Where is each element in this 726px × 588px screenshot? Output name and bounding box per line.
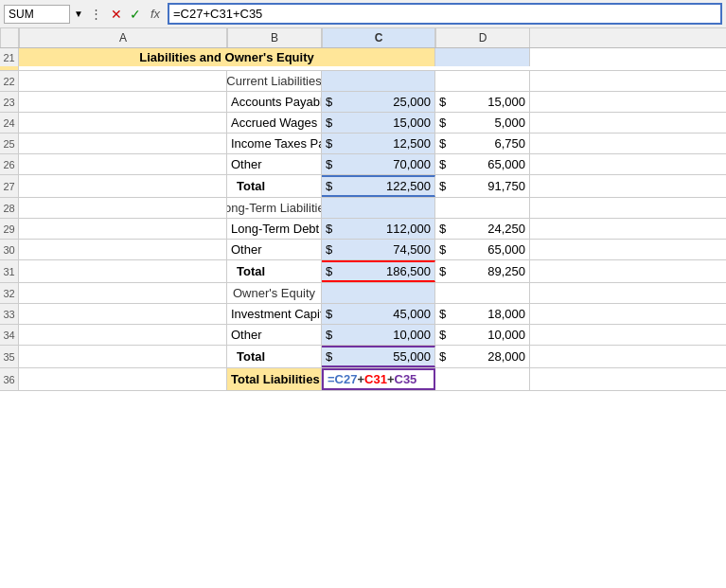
cell-a32[interactable] xyxy=(19,283,227,303)
table-row: 23 Accounts Payable $ 25,000 $ 15,000 xyxy=(0,92,726,113)
row-number: 32 xyxy=(0,283,19,303)
dollar-sign: $ xyxy=(326,328,332,342)
cell-d24[interactable]: $ 5,000 xyxy=(435,113,530,133)
cell-a29[interactable] xyxy=(19,219,227,239)
cell-b29[interactable]: Long-Term Debt xyxy=(227,219,322,239)
cell-b31[interactable]: Total xyxy=(227,260,322,282)
row-number: 29 xyxy=(0,219,19,239)
table-row: 35 Total $ 55,000 $ 28,000 xyxy=(0,346,726,368)
name-box[interactable] xyxy=(4,5,70,24)
cell-a28[interactable] xyxy=(19,198,227,218)
cell-d29[interactable]: $ 24,250 xyxy=(435,219,530,239)
cell-a23[interactable] xyxy=(19,92,227,112)
cell-d30[interactable]: $ 65,000 xyxy=(435,240,530,259)
cell-c26[interactable]: $ 70,000 xyxy=(322,154,435,174)
confirm-icon[interactable]: ✓ xyxy=(128,7,143,22)
cell-d33[interactable]: $ 18,000 xyxy=(435,304,530,324)
cell-d27[interactable]: $ 91,750 xyxy=(435,175,530,197)
formula-input[interactable] xyxy=(168,3,722,25)
cell-d28[interactable] xyxy=(435,198,530,218)
cell-a24[interactable] xyxy=(19,113,227,133)
dollar-sign: $ xyxy=(326,222,332,236)
cell-d23[interactable]: $ 15,000 xyxy=(435,92,530,112)
dollar-sign: $ xyxy=(326,116,332,130)
dropdown-icon[interactable]: ▼ xyxy=(74,9,83,19)
column-headers: A B C D xyxy=(0,28,726,48)
row-number: 23 xyxy=(0,92,19,112)
cell-a26[interactable] xyxy=(19,154,227,174)
cell-d21[interactable] xyxy=(0,66,19,70)
row-number: 27 xyxy=(0,175,19,197)
section-label-equity: Owner's Equity xyxy=(227,283,322,303)
cell-c25[interactable]: $ 12,500 xyxy=(322,134,435,153)
cell-a31[interactable] xyxy=(19,260,227,282)
value: 70,000 xyxy=(393,157,431,171)
value: 10,000 xyxy=(393,328,431,342)
value: 55,000 xyxy=(393,349,431,364)
cell-d31[interactable]: $ 89,250 xyxy=(435,260,530,282)
dollar-sign: $ xyxy=(326,349,332,364)
cell-c28[interactable] xyxy=(322,198,435,218)
cell-b36[interactable]: Total Liabilities and Owner's Equity xyxy=(227,368,322,390)
cell-d32[interactable] xyxy=(435,283,530,303)
table-row: 33 Investment Capital $ 45,000 $ 18,000 xyxy=(0,304,726,325)
cell-c27[interactable]: $ 122,500 xyxy=(322,175,435,197)
section-label-longterm: Long-Term Liabilities xyxy=(227,198,322,218)
cell-b27[interactable]: Total xyxy=(227,175,322,197)
cell-c22[interactable] xyxy=(322,71,435,91)
cell-c33[interactable]: $ 45,000 xyxy=(322,304,435,324)
table-row: 31 Total $ 186,500 $ 89,250 xyxy=(0,260,726,283)
dollar-sign: $ xyxy=(439,328,446,342)
cell-a30[interactable] xyxy=(19,240,227,259)
cell-c21[interactable] xyxy=(435,48,530,66)
cell-c32[interactable] xyxy=(322,283,435,303)
cell-c30[interactable]: $ 74,500 xyxy=(322,240,435,259)
cell-a25[interactable] xyxy=(19,134,227,153)
value: 18,000 xyxy=(487,307,525,321)
table-row: 27 Total $ 122,500 $ 91,750 xyxy=(0,175,726,198)
more-icon: ⋮ xyxy=(87,7,105,21)
cell-c34[interactable]: $ 10,000 xyxy=(322,325,435,345)
main-header-cell: Liabilities and Owner's Equity xyxy=(19,48,435,66)
dollar-sign: $ xyxy=(326,179,332,193)
cell-d26[interactable]: $ 65,000 xyxy=(435,154,530,174)
cell-b23[interactable]: Accounts Payable xyxy=(227,92,322,112)
cell-b30[interactable]: Other xyxy=(227,240,322,259)
value: 24,250 xyxy=(487,222,525,236)
cell-c24[interactable]: $ 15,000 xyxy=(322,113,435,133)
col-header-a[interactable]: A xyxy=(19,28,227,47)
cell-d35[interactable]: $ 28,000 xyxy=(435,346,530,367)
cell-b24[interactable]: Accrued Wages and Salaries xyxy=(227,113,322,133)
cell-d22[interactable] xyxy=(435,71,530,91)
cell-c29[interactable]: $ 112,000 xyxy=(322,219,435,239)
cell-c35[interactable]: $ 55,000 xyxy=(322,346,435,367)
cell-a35[interactable] xyxy=(19,346,227,367)
cell-b33[interactable]: Investment Capital xyxy=(227,304,322,324)
cell-b35[interactable]: Total xyxy=(227,346,322,367)
col-header-b[interactable]: B xyxy=(227,28,322,47)
cell-d25[interactable]: $ 6,750 xyxy=(435,134,530,153)
cell-a27[interactable] xyxy=(19,175,227,197)
cell-b25[interactable]: Income Taxes Payable xyxy=(227,134,322,153)
col-header-d[interactable]: D xyxy=(435,28,530,47)
cell-d36[interactable] xyxy=(435,368,530,390)
cell-c31[interactable]: $ 186,500 xyxy=(322,260,435,282)
col-header-c[interactable]: C xyxy=(322,28,435,47)
dollar-sign: $ xyxy=(326,136,332,151)
cell-c36[interactable]: =C27+C31+C35 xyxy=(322,368,435,390)
cell-c23[interactable]: $ 25,000 xyxy=(322,92,435,112)
cell-a22[interactable] xyxy=(19,71,227,91)
cell-b26[interactable]: Other xyxy=(227,154,322,174)
cancel-icon[interactable]: ✕ xyxy=(109,7,124,22)
cell-d34[interactable]: $ 10,000 xyxy=(435,325,530,345)
value: 5,000 xyxy=(494,116,525,130)
cell-b34[interactable]: Other xyxy=(227,325,322,345)
cell-a34[interactable] xyxy=(19,325,227,345)
col-header-row xyxy=(0,28,19,47)
dollar-sign: $ xyxy=(439,95,446,109)
row-number: 31 xyxy=(0,260,19,282)
cell-a36[interactable] xyxy=(19,368,227,390)
cell-a33[interactable] xyxy=(19,304,227,324)
row-number: 33 xyxy=(0,304,19,324)
table-row: 36 Total Liabilities and Owner's Equity … xyxy=(0,368,726,391)
